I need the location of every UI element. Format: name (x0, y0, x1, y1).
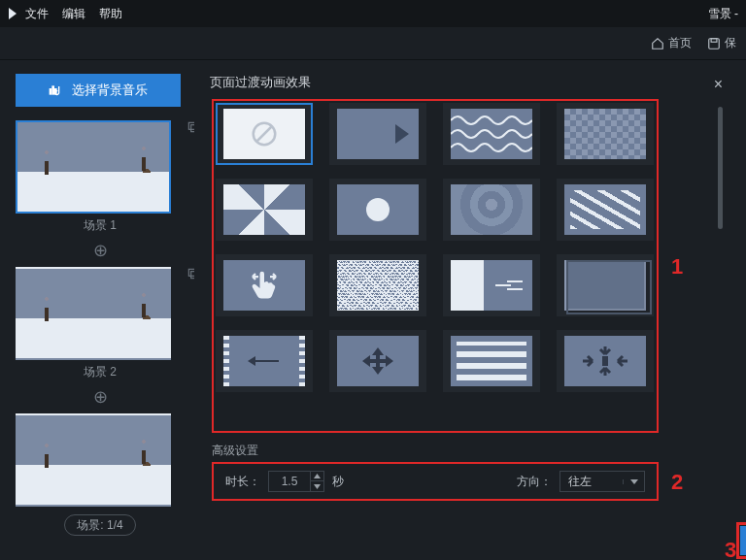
transition-dots[interactable] (557, 179, 654, 241)
chevron-down-icon[interactable] (623, 479, 644, 484)
scene-item-1[interactable]: 场景 1 (16, 120, 185, 234)
transition-squeeze[interactable] (557, 330, 654, 392)
menu-bar: 文件 编辑 帮助 雪景 - (0, 0, 746, 27)
scene-thumb (16, 413, 171, 507)
transition-swipe[interactable] (216, 254, 313, 316)
close-button[interactable]: × (714, 76, 723, 93)
scene-item-3[interactable] (16, 413, 185, 507)
spinner-down[interactable] (311, 481, 323, 491)
forbidden-icon (250, 119, 279, 148)
plus-icon: ⊕ (90, 388, 110, 408)
annotation-3: 3 (725, 538, 736, 560)
duration-label: 时长： (225, 474, 260, 490)
svg-rect-1 (711, 38, 717, 42)
scene-counter: 场景: 1/4 (64, 514, 136, 536)
transition-ripple[interactable] (443, 179, 540, 241)
dialog-title: 页面过渡动画效果 (210, 74, 738, 91)
menu-file[interactable]: 文件 (25, 6, 49, 22)
scene-label: 场景 2 (16, 364, 185, 380)
transition-grid (216, 103, 655, 392)
scene-label: 场景 1 (16, 217, 185, 234)
duplicate-scene-icon[interactable] (186, 120, 194, 134)
transition-cross-arrows[interactable] (329, 330, 426, 392)
add-scene-between[interactable]: ⊕ (16, 388, 185, 408)
dialog-scrollbar[interactable] (718, 107, 723, 229)
duration-spinner[interactable] (268, 471, 324, 492)
transition-circle[interactable] (329, 179, 426, 241)
transition-bars[interactable] (443, 330, 540, 392)
svg-rect-0 (709, 38, 720, 49)
advanced-settings-box: 时长： 秒 方向： 往左 (212, 462, 659, 501)
duration-input[interactable] (269, 472, 310, 491)
home-button[interactable]: 首页 (651, 35, 692, 51)
svg-rect-7 (191, 272, 194, 279)
menu-edit[interactable]: 编辑 (62, 6, 85, 22)
transition-checker[interactable] (557, 103, 654, 165)
svg-rect-3 (52, 86, 53, 94)
waves-icon (451, 109, 532, 159)
ok-button[interactable]: 确定 (740, 526, 746, 555)
transition-push[interactable] (443, 254, 540, 316)
scene-thumb (16, 120, 171, 214)
svg-rect-5 (191, 125, 194, 132)
transition-radial[interactable] (216, 179, 313, 241)
annotation-1: 1 (671, 254, 683, 280)
save-icon (707, 37, 721, 50)
transition-noise[interactable] (329, 254, 426, 316)
annotation-2: 2 (671, 470, 683, 495)
direction-label: 方向： (517, 474, 552, 490)
transition-dialog: 页面过渡动画效果 × (210, 74, 738, 560)
menu-help[interactable]: 帮助 (99, 6, 122, 22)
duplicate-scene-icon[interactable] (186, 267, 194, 280)
save-button[interactable]: 保 (707, 35, 736, 51)
arrows-out-icon (356, 346, 399, 377)
home-icon (651, 37, 664, 50)
transition-waves[interactable] (443, 103, 540, 165)
hand-swipe-icon (247, 268, 282, 303)
scene-item-2[interactable]: 场景 2 (16, 267, 185, 380)
background-music-button[interactable]: 选择背景音乐 (16, 74, 181, 107)
svg-rect-2 (50, 89, 51, 94)
direction-value: 往左 (560, 474, 623, 490)
arrows-in-icon (581, 345, 629, 378)
scene-thumb (16, 267, 171, 360)
transition-slide[interactable] (329, 103, 426, 165)
add-scene-between[interactable]: ⊕ (16, 242, 185, 261)
music-icon (49, 83, 64, 97)
duration-unit: 秒 (332, 474, 344, 490)
toolbar: 首页 保 (0, 27, 746, 60)
plus-icon: ⊕ (90, 242, 110, 261)
svg-rect-13 (602, 356, 608, 366)
transition-none[interactable] (216, 103, 313, 165)
direction-select[interactable]: 往左 (560, 471, 645, 492)
transition-arrow-left[interactable] (216, 330, 313, 392)
spinner-up[interactable] (311, 472, 323, 481)
transition-stack[interactable] (557, 254, 654, 316)
app-logo (8, 7, 17, 20)
advanced-settings-label: 高级设置 (212, 443, 258, 459)
document-name: 雪景 - (708, 6, 738, 22)
svg-line-10 (257, 127, 272, 142)
scene-panel: 选择背景音乐 场景 1 ⊕ 场景 2 ⊕ 场景: 1/4 (0, 60, 194, 560)
